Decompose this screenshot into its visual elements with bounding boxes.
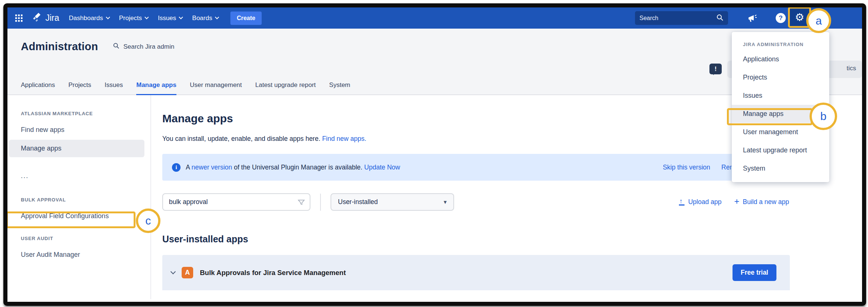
top-navigation-bar: Jira Dashboards Projects Issues Boards C… [7,7,862,29]
app-icon: A [182,267,193,278]
search-placeholder: Search [639,15,716,22]
chevron-down-icon [144,15,149,19]
announcements-icon[interactable] [747,14,757,23]
jira-logo-icon [32,12,42,24]
nav-dashboards[interactable]: Dashboards [69,14,109,22]
dropdown-item-applications[interactable]: Applications [732,50,829,68]
jira-logo[interactable]: Jira [32,12,59,24]
nav-dashboards-label: Dashboards [69,14,103,22]
build-new-app-label: Build a new app [743,198,789,206]
app-switcher-icon[interactable] [15,14,23,22]
tab-latest-upgrade-report[interactable]: Latest upgrade report [255,81,316,95]
callout-c: c [136,209,160,233]
admin-search-label: Search Jira admin [123,43,174,51]
newer-version-link[interactable]: newer version [192,164,232,171]
caret-down-icon [444,198,447,206]
filter-apps-input[interactable]: bulk approval [162,193,310,211]
nav-issues-label: Issues [158,14,176,22]
upgrade-banner: i A newer version of the Universal Plugi… [162,154,789,181]
callout-a: a [806,8,831,33]
upload-app-link[interactable]: Upload app [679,198,722,206]
sidebar-item-more[interactable]: ... [21,172,150,180]
search-icon [716,14,724,23]
info-icon: i [172,163,181,172]
feedback-icon[interactable]: ! [709,64,722,74]
filter-row: bulk approval User-installed [162,193,862,211]
banner-text: A newer version of the Universal Plugin … [186,164,400,171]
admin-search[interactable]: Search Jira admin [113,42,174,51]
chevron-down-icon [179,15,183,19]
filter-funnel-icon [297,198,305,208]
page-title: Administration [21,41,98,53]
dropdown-item-latest-upgrade-report[interactable]: Latest upgrade report [732,141,829,159]
dropdown-header: JIRA ADMINISTRATION [732,35,829,50]
help-icon[interactable]: ? [776,13,786,23]
sidebar: ATLASSIAN MARKETPLACE Find new apps Mana… [7,95,151,299]
nav-projects-label: Projects [119,14,142,22]
update-now-link[interactable]: Update Now [364,164,400,171]
chevron-down-icon [106,15,110,19]
dropdown-item-projects[interactable]: Projects [732,68,829,87]
sidebar-item-approval-field-configurations[interactable]: Approval Field Configurations [21,212,150,220]
tab-projects[interactable]: Projects [68,81,91,95]
free-trial-button[interactable]: Free trial [733,264,776,281]
dropdown-item-issues[interactable]: Issues [732,87,829,105]
nav-boards[interactable]: Boards [192,14,218,22]
nav-issues[interactable]: Issues [158,14,182,22]
admin-tabs: Applications Projects Issues Manage apps… [21,81,350,95]
sidebar-section-user-audit: USER AUDIT [21,236,150,241]
divider [320,194,321,211]
analytics-button-visible-text: tics [847,65,856,72]
dropdown-item-system[interactable]: System [732,159,829,178]
skip-this-version-link[interactable]: Skip this version [663,164,710,171]
plus-icon [734,198,739,206]
jira-logo-text: Jira [45,13,59,23]
app-row-bulk-approvals[interactable]: A Bulk Approvals for Jira Service Manage… [162,255,790,290]
expand-chevron-icon[interactable] [170,269,176,274]
search-input[interactable]: Search [635,11,728,25]
sidebar-section-marketplace: ATLASSIAN MARKETPLACE [21,111,150,116]
search-icon [113,42,119,51]
tab-manage-apps[interactable]: Manage apps [136,81,176,95]
sidebar-section-bulk-approval: BULK APPROVAL [21,197,150,203]
nav-projects[interactable]: Projects [119,14,148,22]
filter-input-value: bulk approval [169,198,208,206]
sidebar-item-manage-apps[interactable]: Manage apps [9,140,144,157]
chevron-down-icon [215,15,219,19]
sidebar-item-user-audit-manager[interactable]: User Audit Manager [21,251,150,259]
build-new-app-link[interactable]: Build a new app [734,198,789,206]
tab-issues[interactable]: Issues [105,81,123,95]
find-new-apps-link[interactable]: Find new apps. [322,135,366,142]
select-value: User-installed [338,198,444,206]
tab-user-management[interactable]: User management [190,81,242,95]
gear-icon[interactable] [795,12,804,23]
app-name: Bulk Approvals for Jira Service Manageme… [200,269,346,277]
nav-boards-label: Boards [192,14,212,22]
create-button[interactable]: Create [230,12,262,25]
sidebar-item-find-new-apps[interactable]: Find new apps [21,126,150,134]
user-installed-apps-heading: User-installed apps [162,234,862,245]
tab-system[interactable]: System [329,81,350,95]
app-filter-select[interactable]: User-installed [331,193,454,211]
screenshot-frame: Jira Dashboards Projects Issues Boards C… [3,3,866,306]
description-text: You can install, update, enable, and dis… [162,135,322,142]
tab-applications[interactable]: Applications [21,81,55,95]
upload-app-label: Upload app [688,198,722,206]
callout-b: b [810,103,837,130]
upload-icon [679,199,685,206]
